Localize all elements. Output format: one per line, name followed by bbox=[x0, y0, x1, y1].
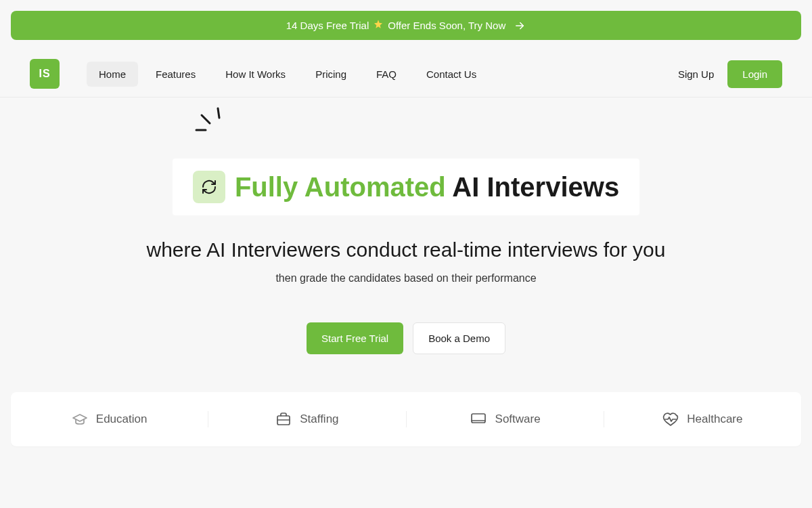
navbar: IS Home Features How It Works Pricing FA… bbox=[0, 51, 812, 98]
headline-pill: Fully Automated AI Interviews bbox=[173, 158, 639, 215]
briefcase-icon bbox=[275, 411, 292, 427]
category-label: Healthcare bbox=[687, 412, 742, 426]
book-demo-button[interactable]: Book a Demo bbox=[413, 322, 505, 354]
category-software[interactable]: Software bbox=[407, 411, 604, 427]
nav-link-home[interactable]: Home bbox=[87, 62, 138, 87]
category-label: Software bbox=[495, 412, 541, 426]
cta-row: Start Free Trial Book a Demo bbox=[0, 322, 812, 354]
nav-link-pricing[interactable]: Pricing bbox=[303, 62, 359, 87]
star-icon bbox=[373, 19, 384, 32]
hero-section: Fully Automated AI Interviews where AI I… bbox=[0, 98, 812, 354]
nav-link-contact[interactable]: Contact Us bbox=[414, 62, 489, 87]
start-free-trial-button[interactable]: Start Free Trial bbox=[307, 322, 403, 354]
categories-strip: Education Staffing Software Healthcare bbox=[11, 392, 801, 446]
nav-right: Sign Up Login bbox=[678, 60, 782, 88]
burst-decoration bbox=[192, 103, 230, 144]
headline-rest: AI Interviews bbox=[446, 172, 619, 202]
logo[interactable]: IS bbox=[30, 59, 60, 89]
headline-highlight: Fully Automated bbox=[235, 172, 446, 202]
signup-link[interactable]: Sign Up bbox=[678, 68, 714, 80]
nav-link-faq[interactable]: FAQ bbox=[364, 62, 409, 87]
nav-links: Home Features How It Works Pricing FAQ C… bbox=[87, 62, 489, 87]
monitor-icon bbox=[470, 411, 487, 427]
tagline: then grade the candidates based on their… bbox=[0, 272, 812, 284]
svg-line-2 bbox=[202, 115, 210, 123]
login-button[interactable]: Login bbox=[727, 60, 782, 88]
category-label: Education bbox=[96, 412, 148, 426]
svg-line-1 bbox=[218, 108, 219, 118]
promo-text-after: Offer Ends Soon, Try Now bbox=[388, 20, 505, 31]
category-staffing[interactable]: Staffing bbox=[208, 411, 406, 427]
nav-link-features[interactable]: Features bbox=[143, 62, 208, 87]
category-education[interactable]: Education bbox=[11, 411, 208, 427]
nav-link-how-it-works[interactable]: How It Works bbox=[213, 62, 298, 87]
category-label: Staffing bbox=[300, 412, 338, 426]
cycle-icon bbox=[193, 171, 225, 203]
headline: Fully Automated AI Interviews bbox=[235, 172, 619, 203]
arrow-right-icon bbox=[514, 20, 526, 32]
heart-pulse-icon bbox=[662, 411, 679, 427]
subhead: where AI Interviewers conduct real-time … bbox=[0, 238, 812, 261]
promo-text: 14 Days Free Trial Offer Ends Soon, Try … bbox=[286, 19, 506, 32]
education-icon bbox=[72, 411, 88, 427]
category-healthcare[interactable]: Healthcare bbox=[604, 411, 801, 427]
svg-rect-6 bbox=[472, 414, 485, 423]
promo-banner[interactable]: 14 Days Free Trial Offer Ends Soon, Try … bbox=[11, 11, 801, 40]
promo-text-before: 14 Days Free Trial bbox=[286, 20, 369, 31]
